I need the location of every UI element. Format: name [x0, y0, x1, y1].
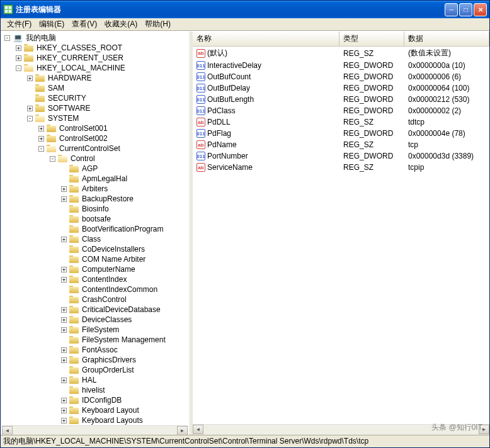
- tree-cs002[interactable]: +ControlSet002: [2, 133, 188, 143]
- list-row[interactable]: 011OutBufCount REG_DWORD 0x00000006 (6): [193, 71, 489, 82]
- tree-item[interactable]: +Arbiters: [2, 184, 188, 194]
- tree-item[interactable]: Biosinfo: [2, 204, 188, 214]
- tree-item[interactable]: AGP: [2, 164, 188, 174]
- tree-security[interactable]: SECURITY: [2, 93, 188, 103]
- tree-root[interactable]: -💻我的电脑: [2, 33, 188, 43]
- list-row[interactable]: 011OutBufDelay REG_DWORD 0x00000064 (100…: [193, 82, 489, 94]
- folder-icon: [47, 125, 56, 132]
- list-row[interactable]: ab(默认) REG_SZ (数值未设置): [193, 47, 489, 60]
- tree-node-label: Arbiters: [81, 184, 109, 193]
- list-row[interactable]: 011PdFlag REG_DWORD 0x0000004e (78): [193, 128, 489, 139]
- tree-hklm[interactable]: -HKEY_LOCAL_MACHINE: [2, 63, 188, 73]
- maximize-button[interactable]: □: [459, 3, 472, 16]
- close-button[interactable]: ✕: [474, 3, 487, 16]
- expander-icon[interactable]: +: [38, 136, 44, 142]
- tree-item[interactable]: +Class: [2, 234, 188, 244]
- tree-item[interactable]: +CriticalDeviceDatabase: [2, 305, 188, 315]
- menu-view[interactable]: 查看(V): [68, 18, 101, 31]
- value-type: REG_DWORD: [339, 83, 404, 93]
- list-row[interactable]: 011InteractiveDelay REG_DWORD 0x0000000a…: [193, 60, 489, 71]
- expander-icon[interactable]: +: [61, 327, 67, 333]
- list-row[interactable]: 011PdClass REG_DWORD 0x00000002 (2): [193, 105, 489, 116]
- tree-item[interactable]: GroupOrderList: [2, 365, 188, 375]
- list-hscroll[interactable]: ◄►: [193, 424, 489, 435]
- expander-icon[interactable]: +: [61, 277, 67, 283]
- expander-icon[interactable]: +: [27, 106, 33, 111]
- tree-item[interactable]: +IDConfigDB: [2, 395, 188, 405]
- list-row[interactable]: abPdName REG_SZ tcp: [193, 139, 489, 150]
- column-type[interactable]: 类型: [339, 31, 404, 46]
- list-row[interactable]: abPdDLL REG_SZ tdtcp: [193, 116, 489, 128]
- expander-icon[interactable]: +: [61, 408, 67, 413]
- expander-icon[interactable]: +: [61, 357, 67, 363]
- value-data: 0x00000064 (100): [404, 83, 489, 93]
- tree-item[interactable]: +FileSystem: [2, 325, 188, 335]
- tree-hardware[interactable]: +HARDWARE: [2, 73, 188, 83]
- list-row[interactable]: abServiceName REG_SZ tcpip: [193, 162, 489, 173]
- tree-node-label: FontAssoc: [81, 345, 119, 354]
- tree-cs001[interactable]: +ControlSet001: [2, 123, 188, 133]
- expander-icon[interactable]: +: [27, 76, 33, 81]
- expander-icon[interactable]: +: [61, 186, 67, 192]
- expander-icon[interactable]: +: [61, 317, 67, 323]
- tree-item[interactable]: +ComputerName: [2, 264, 188, 274]
- tree-hkcr[interactable]: +HKEY_CLASSES_ROOT: [2, 43, 188, 53]
- expander-icon[interactable]: +: [61, 307, 67, 313]
- tree-item[interactable]: +FontAssoc: [2, 345, 188, 355]
- tree-item[interactable]: BootVerificationProgram: [2, 224, 188, 234]
- folder-icon: [69, 366, 79, 374]
- expander-icon[interactable]: +: [16, 55, 21, 61]
- tree-item[interactable]: ContentIndexCommon: [2, 284, 188, 294]
- tree-hkcu[interactable]: +HKEY_CURRENT_USER: [2, 53, 188, 63]
- expander-icon[interactable]: +: [61, 347, 67, 353]
- list-row[interactable]: 011OutBufLength REG_DWORD 0x00000212 (53…: [193, 94, 489, 105]
- tree-item[interactable]: FileSystem Management: [2, 335, 188, 345]
- tree-system[interactable]: -SYSTEM: [2, 113, 188, 123]
- menu-favorites[interactable]: 收藏夹(A): [101, 18, 141, 31]
- tree-control[interactable]: -Control: [2, 154, 188, 164]
- tree-software[interactable]: +SOFTWARE: [2, 103, 188, 113]
- tree-item[interactable]: +GraphicsDrivers: [2, 355, 188, 365]
- column-name[interactable]: 名称: [193, 31, 339, 46]
- tree-item[interactable]: +DeviceClasses: [2, 315, 188, 325]
- tree-item[interactable]: COM Name Arbiter: [2, 254, 188, 264]
- tree-hscroll[interactable]: ◄►: [2, 425, 188, 435]
- expander-icon[interactable]: +: [38, 126, 44, 132]
- column-data[interactable]: 数据: [404, 31, 489, 46]
- menu-file[interactable]: 文件(F): [3, 18, 35, 31]
- value-data: 0x00000212 (530): [404, 94, 489, 104]
- tree-item[interactable]: +Keyboard Layouts: [2, 415, 188, 425]
- expander-icon[interactable]: -: [27, 116, 33, 121]
- tree-pane[interactable]: -💻我的电脑+HKEY_CLASSES_ROOT+HKEY_CURRENT_US…: [1, 31, 190, 435]
- tree-item[interactable]: +ContentIndex: [2, 274, 188, 284]
- tree-item[interactable]: +HAL: [2, 375, 188, 385]
- folder-icon: [69, 386, 79, 394]
- regvalue-sz-icon: ab: [197, 140, 205, 149]
- tree-ccs[interactable]: -CurrentControlSet: [2, 143, 188, 154]
- expander-icon[interactable]: +: [16, 45, 21, 51]
- expander-icon[interactable]: +: [61, 378, 67, 383]
- expander-icon[interactable]: -: [16, 65, 21, 71]
- tree-item[interactable]: +BackupRestore: [2, 194, 188, 204]
- list-row[interactable]: 011PortNumber REG_DWORD 0x00000d3d (3389…: [193, 150, 489, 162]
- tree-item[interactable]: CrashControl: [2, 294, 188, 305]
- expander-icon[interactable]: -: [50, 156, 55, 162]
- minimize-button[interactable]: ─: [445, 3, 458, 16]
- expander-icon[interactable]: +: [61, 398, 67, 403]
- expander-icon[interactable]: -: [4, 35, 10, 41]
- menu-help[interactable]: 帮助(H): [141, 18, 174, 31]
- tree-item[interactable]: CoDeviceInstallers: [2, 244, 188, 254]
- tree-item[interactable]: +Keyboard Layout: [2, 405, 188, 415]
- tree-sam[interactable]: SAM: [2, 83, 188, 93]
- menu-edit[interactable]: 编辑(E): [35, 18, 68, 31]
- tree-node-label: ContentIndex: [81, 275, 128, 284]
- expander-icon[interactable]: +: [61, 267, 67, 272]
- expander-icon[interactable]: +: [61, 418, 67, 423]
- expander-icon[interactable]: +: [61, 237, 67, 242]
- expander-icon[interactable]: +: [61, 196, 67, 202]
- tree-item[interactable]: ApmLegalHal: [2, 174, 188, 184]
- tree-item[interactable]: hivelist: [2, 385, 188, 395]
- tree-item[interactable]: bootsafe: [2, 214, 188, 224]
- expander-icon[interactable]: -: [38, 146, 44, 152]
- list-body[interactable]: ab(默认) REG_SZ (数值未设置) 011InteractiveDela…: [193, 47, 489, 424]
